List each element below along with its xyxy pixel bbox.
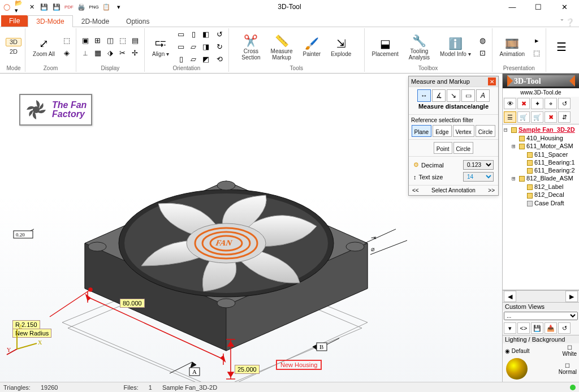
qat-app-icon[interactable]: ◯ <box>2 2 11 11</box>
view-iso2-icon[interactable]: ◨ <box>200 41 211 53</box>
tree-root[interactable]: Sample Fan_3D-2D <box>518 126 575 133</box>
measure-markup-button[interactable]: 📏Measure Markup <box>267 32 297 62</box>
filter-circle[interactable]: Circle <box>476 125 496 137</box>
model-tree-toggle[interactable]: ☰ <box>550 38 573 56</box>
axis-gizmo[interactable]: X Y Z <box>6 321 45 360</box>
lighting-default-radio[interactable]: ◉ Default <box>505 348 529 354</box>
cv-nav-icon[interactable]: <> <box>517 322 530 334</box>
mp-mode-note[interactable]: ▭ <box>461 89 475 102</box>
toolbox-extra2-icon[interactable]: ⊡ <box>477 48 489 59</box>
pick-point[interactable]: Point <box>434 142 452 154</box>
cart-icon[interactable]: 🛒 <box>517 111 530 123</box>
view-left-icon[interactable]: ▯ <box>175 54 187 65</box>
delete-icon[interactable]: ✖ <box>545 111 557 123</box>
view-iso1-icon[interactable]: ◧ <box>200 29 211 40</box>
display-hidden-icon[interactable]: ⬚ <box>117 35 128 46</box>
qat-image-icon[interactable]: PNG <box>89 2 98 11</box>
view-iso3-icon[interactable]: ◩ <box>200 54 211 65</box>
tree-housing[interactable]: 410_Housing <box>526 135 563 141</box>
help-icon[interactable]: ❔ <box>565 18 574 27</box>
tab-2d-mode[interactable]: 2D-Mode <box>73 15 118 27</box>
undo-icon[interactable]: ↺ <box>558 98 571 109</box>
annotation-next[interactable]: >> <box>488 187 495 193</box>
zoom-selected-icon[interactable]: ◈ <box>61 48 72 59</box>
maximize-button[interactable]: ☐ <box>530 3 546 11</box>
textsize-select[interactable]: 14 <box>463 172 494 182</box>
cv-import-icon[interactable]: 📥 <box>545 322 557 334</box>
qat-copy-icon[interactable]: 📋 <box>102 2 111 11</box>
qat-save-icon[interactable]: 💾 <box>40 2 49 11</box>
hide-ribbon-icon[interactable]: ˇ <box>561 18 563 27</box>
tab-options[interactable]: Options <box>118 15 158 27</box>
display-trans-icon[interactable]: ⬗ <box>105 48 116 59</box>
tree-blade-asm[interactable]: 812_Blade_ASM <box>526 175 573 182</box>
mode-3d-button[interactable]: 3D <box>6 38 21 46</box>
view-top-icon[interactable]: ▱ <box>188 41 199 53</box>
zoom-all-button[interactable]: ⤢Zoom All <box>29 35 59 59</box>
toolbox-extra1-icon[interactable]: ◍ <box>477 35 489 46</box>
tree-motor-asm[interactable]: 611_Motor_ASM <box>526 143 573 149</box>
mp-mode-min[interactable]: ↘ <box>447 89 460 102</box>
tree-case-draft[interactable]: Case Draft <box>534 200 564 206</box>
target-icon[interactable]: ✦ <box>531 98 543 109</box>
filter-plane[interactable]: Plane <box>412 125 432 137</box>
view-front-icon[interactable]: ▭ <box>175 29 187 40</box>
mode-2d-button[interactable]: 2D <box>6 48 21 56</box>
tree-label[interactable]: 812_Label <box>534 183 563 190</box>
settings-gear-icon[interactable]: ⚙ <box>413 161 419 169</box>
annotation-select[interactable]: Select Annotation <box>431 187 476 193</box>
display-grid-icon[interactable]: ▤ <box>129 35 141 46</box>
bg-normal-check[interactable]: ☐Normal <box>559 363 577 375</box>
qat-pdf-icon[interactable]: PDF <box>64 2 74 11</box>
qat-open-icon[interactable]: 📂▾ <box>15 2 24 11</box>
red-x-icon[interactable]: ✖ <box>517 98 530 109</box>
display-axis-icon[interactable]: ✢ <box>129 48 141 59</box>
display-shaded-icon[interactable]: ▣ <box>80 35 91 46</box>
model-info-button[interactable]: ℹ️Model Info ▾ <box>436 35 474 59</box>
pres-extra1-icon[interactable]: ▸ <box>531 35 542 46</box>
cross-section-button[interactable]: ✂️Cross Section <box>237 32 264 62</box>
align-button[interactable]: ⮓Align ▾ <box>148 35 173 59</box>
sort-icon[interactable]: ⇵ <box>558 111 571 123</box>
tree-decal[interactable]: 812_Decal <box>534 191 564 198</box>
eye-icon[interactable]: 👁 <box>504 98 516 109</box>
file-tab[interactable]: File <box>1 15 28 27</box>
tree-view-icon[interactable]: ☰ <box>504 111 516 123</box>
mp-close-button[interactable]: ✕ <box>488 77 496 85</box>
tab-3d-mode[interactable]: 3D-Mode <box>28 15 72 27</box>
pick-circle[interactable]: Circle <box>453 142 474 154</box>
bg-white-check[interactable]: ☐White <box>562 344 577 357</box>
focus-icon[interactable]: ⌖ <box>545 98 557 109</box>
filter-edge[interactable]: Edge <box>433 125 451 137</box>
mp-mode-distance[interactable]: ↔ <box>417 89 431 102</box>
tree-bearing2[interactable]: 611_Bearing:2 <box>534 167 575 174</box>
explode-button[interactable]: ⇲Explode <box>327 35 355 59</box>
lighting-ball[interactable] <box>506 358 528 380</box>
qat-close-doc-icon[interactable]: ✕ <box>27 2 36 11</box>
rot-z-icon[interactable]: ⟲ <box>214 54 225 65</box>
decimal-select[interactable]: 0.123 <box>463 160 494 170</box>
display-wire-icon[interactable]: ⊞ <box>92 35 103 46</box>
display-edges-icon[interactable]: ◫ <box>105 35 116 46</box>
model-tree[interactable]: ⊟Sample Fan_3D-2D 410_Housing ⊞611_Motor… <box>503 124 579 290</box>
minimize-button[interactable]: — <box>504 3 520 11</box>
filter-vertex[interactable]: Vertex <box>453 125 474 137</box>
view-back-icon[interactable]: ▭ <box>175 41 187 53</box>
settings-arrow-icon[interactable]: ↕ <box>413 174 417 180</box>
annotation-prev[interactable]: << <box>412 187 419 193</box>
zoom-window-icon[interactable]: ⬚ <box>61 35 72 46</box>
tree-spacer[interactable]: 611_Spacer <box>534 151 568 158</box>
view-bottom-icon[interactable]: ▱ <box>188 54 199 65</box>
cart2-icon[interactable]: 🛒 <box>531 111 543 123</box>
scroll-left-icon[interactable]: ◀ <box>504 291 516 302</box>
cv-dropdown-icon[interactable]: ▾ <box>504 322 516 334</box>
qat-dropdown-icon[interactable]: ▾ <box>114 2 123 11</box>
placement-button[interactable]: ⬓Placement <box>368 35 403 59</box>
pres-extra2-icon[interactable]: ⬚ <box>531 48 542 59</box>
animation-button[interactable]: 🎞️Animation <box>496 35 529 59</box>
qat-print-icon[interactable]: 🖨️ <box>77 2 86 11</box>
mp-mode-text[interactable]: A <box>476 89 490 102</box>
qat-save-exe-icon[interactable]: 💾 <box>52 2 61 11</box>
cv-save-icon[interactable]: 💾 <box>531 322 543 334</box>
scroll-right-icon[interactable]: ▶ <box>565 291 578 302</box>
